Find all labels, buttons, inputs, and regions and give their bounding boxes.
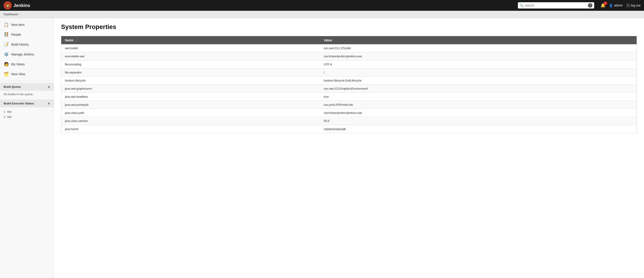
col-value-header: Value [320, 36, 637, 45]
user-label: admin [614, 4, 623, 7]
property-value-cell: /usr/share/jenkins/jenkins.war [320, 52, 637, 60]
sidebar-item-people[interactable]: 🧑‍🤝‍🧑People [0, 30, 54, 40]
header: 🤵 Jenkins 🔍 ? 🔔 5 👤 admin ⬛ log out [0, 0, 644, 11]
col-name-header[interactable]: Name ↓ [61, 36, 320, 45]
property-name-cell: hudson.lifecycle [61, 77, 320, 85]
logout-label: log out [631, 4, 640, 7]
sort-arrow-icon: ↓ [75, 39, 76, 42]
search-icon: 🔍 [520, 4, 524, 7]
breadcrumb: Dashboard › [0, 11, 644, 18]
build-queue-empty: No builds in the queue. [4, 93, 34, 96]
properties-table-body: awt.toolkitsun.awt.X11.XToolkitexecutabl… [61, 44, 637, 133]
sidebar-item-new-view[interactable]: 🗂️New View [0, 69, 54, 79]
executor-1-status: Idle [7, 110, 12, 113]
sidebar-item-new-item[interactable]: 📋New Item [0, 20, 54, 30]
my-views-icon: 🧑 [4, 62, 9, 67]
property-name-cell: java.class.version [61, 117, 320, 125]
build-queue-content: No builds in the queue. [0, 91, 54, 98]
sidebar-item-manage-jenkins[interactable]: ⚙️Manage Jenkins [0, 49, 54, 59]
property-name-cell: file.encoding [61, 60, 320, 69]
property-name-cell: file.separator [61, 69, 320, 77]
property-value-cell: UTF-8 [320, 60, 637, 69]
build-history-label: Build History [11, 43, 29, 46]
new-view-label: New View [11, 72, 25, 76]
property-value-cell: /usr/share/jenkins/jenkins.war [320, 109, 637, 117]
table-row: java.awt.graphicsenvsun.awt.X11GraphicsE… [61, 85, 637, 93]
executor-row-1: 1 Idle [4, 109, 50, 114]
property-name-cell: java.awt.printerjob [61, 101, 320, 109]
search-area: 🔍 ? [518, 2, 594, 9]
properties-table: Name ↓ Value awt.toolkitsun.awt.X11.XToo… [61, 36, 637, 133]
table-row: hudson.lifecyclehudson.lifecycle.ExitLif… [61, 77, 637, 85]
table-row: java.awt.headlesstrue [61, 93, 637, 101]
notifications-button[interactable]: 🔔 5 [600, 3, 606, 8]
table-row: file.separator/ [61, 69, 637, 77]
property-name-cell: java.awt.headless [61, 93, 320, 101]
property-value-cell: / [320, 69, 637, 77]
user-icon: 👤 [609, 4, 613, 7]
property-name-cell: awt.toolkit [61, 44, 320, 52]
my-views-label: My Views [11, 62, 25, 66]
property-name-cell: java.class.path [61, 109, 320, 117]
layout: 📋New Item🧑‍🤝‍🧑People📝Build History⚙️Mana… [0, 18, 644, 278]
build-executor-section: Build Executor Status ∧ 1 Idle 2 Idle [0, 100, 54, 121]
new-item-icon: 📋 [4, 22, 9, 27]
property-value-cell: true [320, 93, 637, 101]
search-input[interactable] [525, 4, 586, 7]
help-icon[interactable]: ? [588, 3, 592, 8]
property-name-cell: executable-war [61, 52, 320, 60]
build-executor-title: Build Executor Status [4, 102, 34, 105]
property-value-cell: sun.awt.X11.XToolkit [320, 44, 637, 52]
executor-1-number: 1 [4, 110, 5, 113]
build-executor-header[interactable]: Build Executor Status ∧ [0, 100, 54, 107]
property-value-cell: hudson.lifecycle.ExitLifecycle [320, 77, 637, 85]
col-name-label: Name [65, 38, 74, 42]
build-queue-header[interactable]: Build Queue ∧ [0, 83, 54, 91]
new-view-icon: 🗂️ [4, 71, 9, 77]
page-title: System Properties [61, 23, 637, 31]
property-value-cell: 55.0 [320, 117, 637, 125]
breadcrumb-dashboard[interactable]: Dashboard [4, 13, 18, 16]
people-label: People [11, 33, 21, 36]
build-executor-collapse-icon: ∧ [48, 102, 50, 105]
sidebar-item-build-history[interactable]: 📝Build History [0, 40, 54, 49]
sidebar-nav: 📋New Item🧑‍🤝‍🧑People📝Build History⚙️Mana… [0, 20, 54, 79]
sidebar: 📋New Item🧑‍🤝‍🧑People📝Build History⚙️Mana… [0, 18, 54, 278]
new-item-label: New Item [11, 23, 24, 27]
build-queue-section: Build Queue ∧ No builds in the queue. [0, 83, 54, 98]
build-queue-collapse-icon: ∧ [48, 85, 50, 89]
property-value-cell: /opt/java/openjdk [320, 125, 637, 133]
executor-2-status: Idle [7, 115, 12, 119]
jenkins-logo-icon: 🤵 [4, 1, 12, 10]
table-row: awt.toolkitsun.awt.X11.XToolkit [61, 44, 637, 52]
build-history-icon: 📝 [4, 42, 9, 47]
table-row: executable-war/usr/share/jenkins/jenkins… [61, 52, 637, 60]
executor-row-2: 2 Idle [4, 114, 50, 119]
app-title: Jenkins [14, 3, 30, 8]
manage-jenkins-label: Manage Jenkins [11, 53, 34, 56]
sidebar-divider [0, 81, 54, 81]
notification-badge: 5 [604, 2, 607, 5]
build-queue-title: Build Queue [4, 85, 21, 89]
table-row: java.class.path/usr/share/jenkins/jenkin… [61, 109, 637, 117]
logout-icon: ⬛ [626, 4, 630, 7]
logout-button[interactable]: ⬛ log out [626, 4, 640, 7]
col-value-label: Value [324, 38, 332, 42]
user-area[interactable]: 👤 admin [609, 4, 623, 7]
main-content: System Properties Name ↓ Value awt.toolk… [54, 18, 644, 278]
header-actions: 🔔 5 👤 admin ⬛ log out [600, 3, 640, 8]
sidebar-item-my-views[interactable]: 🧑My Views [0, 59, 54, 69]
people-icon: 🧑‍🤝‍🧑 [4, 32, 9, 37]
property-value-cell: sun.print.PSPrinterJob [320, 101, 637, 109]
table-header-row: Name ↓ Value [61, 36, 637, 45]
breadcrumb-arrow-icon: › [19, 13, 20, 16]
property-name-cell: java.awt.graphicsenv [61, 85, 320, 93]
manage-jenkins-icon: ⚙️ [4, 52, 9, 57]
property-name-cell: java.home [61, 125, 320, 133]
property-value-cell: sun.awt.X11GraphicsEnvironment [320, 85, 637, 93]
table-row: java.home/opt/java/openjdk [61, 125, 637, 133]
logo-area[interactable]: 🤵 Jenkins [4, 1, 30, 10]
table-row: java.class.version55.0 [61, 117, 637, 125]
executor-2-number: 2 [4, 115, 5, 119]
table-row: file.encodingUTF-8 [61, 60, 637, 69]
